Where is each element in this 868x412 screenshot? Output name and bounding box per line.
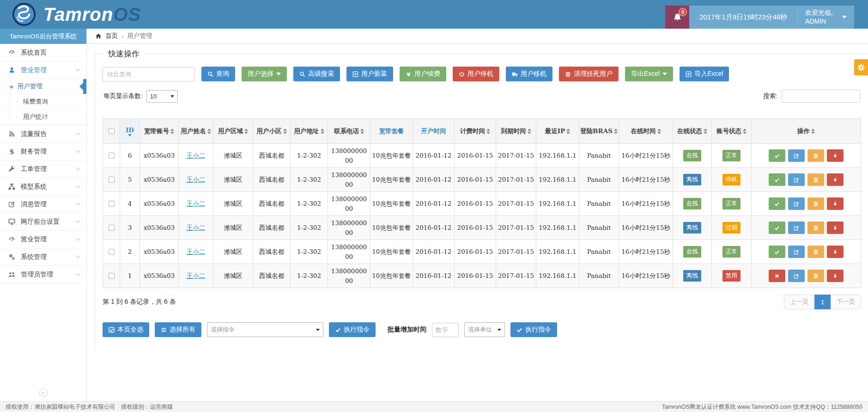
column-header-0[interactable]: ID bbox=[120, 119, 140, 144]
pagination-prev[interactable]: 上一页 bbox=[784, 295, 815, 309]
sidebar-item-5[interactable]: 模型系统 bbox=[0, 178, 86, 196]
column-header-3[interactable]: 用户区域 bbox=[213, 119, 253, 144]
column-header-10[interactable]: 到期时间 bbox=[496, 119, 536, 144]
quick-button-5[interactable]: 用户停机 bbox=[453, 67, 499, 81]
pagination-page-1[interactable]: 1 bbox=[814, 295, 831, 309]
button-label: 用户续费 bbox=[414, 70, 440, 78]
notifications-button[interactable]: 8 bbox=[665, 6, 689, 29]
column-header-1[interactable]: 宽带账号 bbox=[140, 119, 179, 144]
edit-button[interactable] bbox=[788, 221, 805, 234]
settings-gear-button[interactable] bbox=[854, 59, 868, 75]
execute-command-button[interactable]: 执行指令 bbox=[329, 322, 376, 337]
user-name-link[interactable]: 王小二 bbox=[187, 200, 206, 207]
column-header-9[interactable]: 计费时间 bbox=[455, 119, 496, 144]
column-header-5[interactable]: 用户地址 bbox=[291, 119, 328, 144]
sidebar-subitem-1-2[interactable]: 用户统计 bbox=[0, 110, 86, 125]
sidebar-item-8[interactable]: 营业管理 bbox=[0, 231, 86, 248]
user-menu[interactable]: 欢迎光临, ADMIN bbox=[797, 6, 854, 29]
enable-button[interactable] bbox=[769, 149, 785, 162]
select-all-button[interactable]: 选择所有 bbox=[155, 322, 201, 337]
user-name-link[interactable]: 王小二 bbox=[187, 224, 206, 231]
column-header-12[interactable]: 登陆BRAS bbox=[579, 119, 619, 144]
batch-number-input[interactable] bbox=[432, 323, 459, 337]
delete-button[interactable] bbox=[807, 270, 824, 282]
delete-button[interactable] bbox=[807, 173, 824, 186]
column-header-7[interactable]: 宽带套餐 bbox=[370, 119, 413, 144]
sidebar-item-7[interactable]: 网厅前台设置 bbox=[0, 213, 86, 231]
quick-button-4[interactable]: ¥用户续费 bbox=[400, 67, 446, 81]
column-header-4[interactable]: 用户小区 bbox=[253, 119, 291, 144]
sidebar-item-1[interactable]: 营业管理 bbox=[0, 61, 86, 79]
cell-region: 潍城区 bbox=[213, 264, 253, 288]
column-header-13[interactable]: 在线时间 bbox=[619, 119, 673, 144]
select-all-checkbox[interactable] bbox=[109, 128, 115, 134]
sidebar-subitem-1-0[interactable]: »用户管理 bbox=[0, 79, 86, 94]
row-checkbox[interactable] bbox=[109, 225, 115, 231]
download-button[interactable] bbox=[827, 221, 844, 234]
download-button[interactable] bbox=[827, 173, 844, 186]
quick-button-9[interactable]: 导入Excel bbox=[680, 67, 729, 81]
quick-button-7[interactable]: 清理挂死用户 bbox=[559, 67, 619, 81]
command-select[interactable]: 选择指令 bbox=[207, 322, 323, 337]
enable-button[interactable] bbox=[769, 246, 785, 258]
sidebar-item-6[interactable]: 消息管理 bbox=[0, 196, 86, 213]
column-header-11[interactable]: 最近IP bbox=[536, 119, 579, 144]
select-page-button[interactable]: 本页全选 bbox=[103, 322, 149, 337]
enable-button[interactable] bbox=[769, 197, 785, 210]
sidebar-subitem-1-1[interactable]: 续费查询 bbox=[0, 94, 86, 110]
quick-button-8[interactable]: 导出Excel bbox=[625, 67, 673, 81]
delete-button[interactable] bbox=[807, 221, 824, 234]
edit-button[interactable] bbox=[788, 197, 805, 210]
column-header-14[interactable]: 在线状态 bbox=[673, 119, 712, 144]
quick-button-1[interactable]: 用户选择 bbox=[242, 67, 287, 81]
download-button[interactable] bbox=[827, 149, 844, 162]
quick-button-3[interactable]: 用户新装 bbox=[346, 67, 393, 81]
edit-button[interactable] bbox=[788, 173, 805, 186]
edit-button[interactable] bbox=[788, 246, 805, 258]
row-checkbox[interactable] bbox=[109, 273, 115, 279]
combined-search-input[interactable] bbox=[103, 67, 195, 81]
table-search-input[interactable] bbox=[782, 90, 860, 103]
column-header-15[interactable]: 账号状态 bbox=[712, 119, 752, 144]
sidebar-item-3[interactable]: $财务管理 bbox=[0, 143, 86, 160]
unit-select[interactable]: 选择单位 bbox=[464, 322, 505, 337]
download-button[interactable] bbox=[827, 270, 844, 282]
quick-button-2[interactable]: 高级搜索 bbox=[293, 67, 340, 81]
delete-button[interactable] bbox=[807, 246, 824, 258]
sidebar-item-9[interactable]: 系统管理 bbox=[0, 248, 86, 266]
check-icon bbox=[335, 327, 341, 333]
column-header-2[interactable]: 用户姓名 bbox=[179, 119, 213, 144]
quick-button-0[interactable]: 查询 bbox=[201, 67, 235, 81]
sidebar-collapse-button[interactable]: « bbox=[39, 388, 48, 397]
download-button[interactable] bbox=[827, 197, 844, 210]
sidebar-item-0[interactable]: 系统首页 bbox=[0, 44, 86, 61]
row-checkbox[interactable] bbox=[109, 177, 115, 183]
user-name-link[interactable]: 王小二 bbox=[187, 176, 206, 183]
download-button[interactable] bbox=[827, 246, 844, 258]
edit-button[interactable] bbox=[788, 270, 805, 282]
edit-button[interactable] bbox=[788, 149, 805, 162]
row-checkbox[interactable] bbox=[109, 249, 115, 255]
sidebar-item-4[interactable]: 工单管理 bbox=[0, 160, 86, 178]
breadcrumb-home[interactable]: 首页 bbox=[105, 32, 118, 40]
disable-button[interactable] bbox=[769, 270, 785, 282]
user-name-link[interactable]: 王小二 bbox=[187, 152, 206, 159]
enable-button[interactable] bbox=[769, 221, 785, 234]
sidebar-item-2[interactable]: 流量报告 bbox=[0, 125, 86, 143]
per-page-select[interactable]: 10 bbox=[146, 90, 178, 103]
quick-button-6[interactable]: 用户移机 bbox=[506, 67, 552, 81]
user-name-link[interactable]: 王小二 bbox=[187, 272, 206, 279]
pagination-next[interactable]: 下一页 bbox=[831, 295, 862, 309]
row-checkbox[interactable] bbox=[109, 201, 115, 207]
user-name-link[interactable]: 王小二 bbox=[187, 248, 206, 255]
column-header-16[interactable]: 操作 bbox=[752, 119, 861, 144]
delete-button[interactable] bbox=[807, 149, 824, 162]
cell-checkbox bbox=[103, 144, 120, 168]
sidebar-item-10[interactable]: 管理员管理 bbox=[0, 266, 86, 283]
enable-button[interactable] bbox=[769, 173, 785, 186]
column-header-6[interactable]: 联系电话 bbox=[328, 119, 370, 144]
delete-button[interactable] bbox=[807, 197, 824, 210]
column-header-8[interactable]: 开户时间 bbox=[413, 119, 455, 144]
execute-batch-button[interactable]: 执行指令 bbox=[510, 322, 557, 337]
row-checkbox[interactable] bbox=[109, 153, 115, 159]
